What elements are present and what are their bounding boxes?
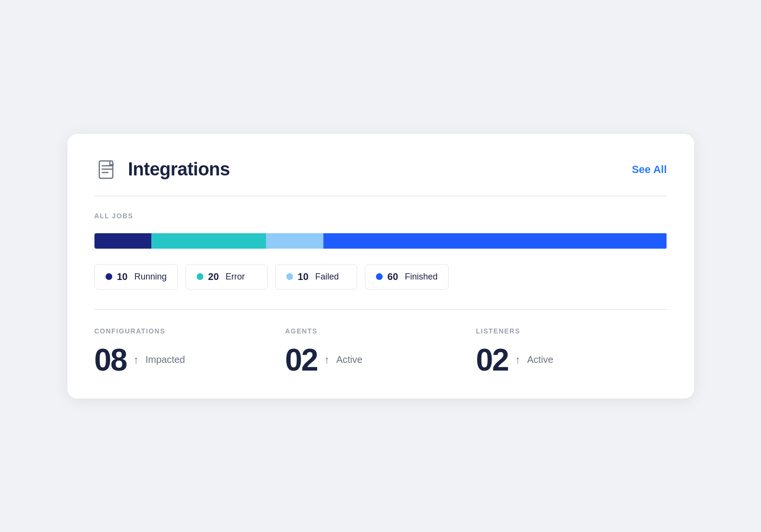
- legend-dot-running: [106, 273, 112, 280]
- stat-value-row-configurations: 08↑Impacted: [94, 345, 285, 375]
- stat-arrow-configurations: ↑: [134, 354, 139, 366]
- stat-number-configurations: 08: [94, 345, 127, 375]
- header-divider: [94, 196, 667, 197]
- page-title: Integrations: [128, 159, 230, 180]
- legend-item-finished: 60Finished: [365, 264, 449, 290]
- stat-value-row-agents: 02↑Active: [285, 345, 476, 375]
- legend-count-failed: 10: [298, 271, 308, 282]
- stat-label-agents: AGENTS: [285, 327, 476, 335]
- legend-item-running: 10Running: [94, 264, 178, 290]
- progress-segment-error: [151, 233, 266, 249]
- stat-value-row-listeners: 02↑Active: [476, 345, 667, 375]
- legend-item-error: 20Error: [186, 264, 267, 290]
- progress-segment-finished: [323, 233, 667, 249]
- header-left: Integrations: [94, 157, 230, 182]
- progress-bar: [94, 233, 667, 249]
- all-jobs-label: ALL JOBS: [94, 212, 667, 220]
- legend-dot-error: [197, 273, 203, 280]
- legend-dot-failed: [286, 273, 293, 280]
- stat-label-configurations: CONFIGURATIONS: [94, 327, 285, 335]
- stat-block-configurations: CONFIGURATIONS08↑Impacted: [94, 327, 285, 375]
- progress-segment-failed: [266, 233, 323, 249]
- document-icon: [94, 157, 120, 182]
- legend-label-finished: Finished: [405, 272, 438, 282]
- stat-text-configurations: Impacted: [146, 354, 185, 365]
- stat-label-listeners: LISTENERS: [476, 327, 667, 335]
- progress-segment-running: [94, 233, 152, 249]
- stats-section: CONFIGURATIONS08↑ImpactedAGENTS02↑Active…: [94, 327, 667, 375]
- legend-count-running: 10: [117, 271, 128, 282]
- legend-dot-finished: [376, 273, 383, 280]
- legend-item-failed: 10Failed: [275, 264, 357, 290]
- legend-label-failed: Failed: [315, 272, 339, 282]
- stat-arrow-agents: ↑: [324, 354, 330, 366]
- card-header: Integrations See All: [94, 157, 667, 182]
- legend-label-running: Running: [134, 272, 167, 282]
- all-jobs-section: ALL JOBS 10Running20Error10Failed60Finis…: [94, 212, 667, 290]
- legend-label-error: Error: [226, 272, 245, 282]
- stats-divider: [94, 309, 667, 310]
- legend: 10Running20Error10Failed60Finished: [94, 264, 667, 290]
- stat-arrow-listeners: ↑: [515, 354, 521, 366]
- legend-count-error: 20: [208, 271, 219, 282]
- stat-text-agents: Active: [336, 354, 362, 365]
- stat-block-agents: AGENTS02↑Active: [285, 327, 476, 375]
- see-all-link[interactable]: See All: [632, 163, 667, 176]
- stat-text-listeners: Active: [527, 354, 553, 365]
- stat-block-listeners: LISTENERS02↑Active: [476, 327, 667, 375]
- stat-number-agents: 02: [285, 345, 318, 375]
- integrations-card: Integrations See All ALL JOBS 10Running2…: [67, 134, 694, 399]
- stat-number-listeners: 02: [476, 345, 508, 375]
- legend-count-finished: 60: [387, 271, 398, 282]
